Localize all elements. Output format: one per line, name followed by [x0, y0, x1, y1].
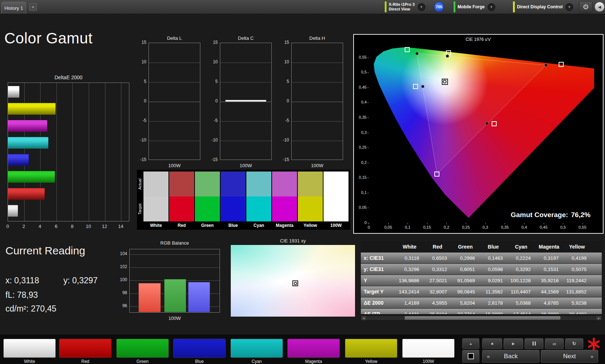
table-row: Target Y143,241432,800799,084511,3562110… [361, 286, 602, 297]
rgb-balance-chart: RGB Balance 100W 1041021009896 [116, 240, 225, 323]
next-chevron-icon: » [591, 353, 593, 359]
table-body: x: CIE310,31160,65030,29960,14630,22240,… [361, 252, 602, 314]
delta-gridline [292, 141, 343, 141]
delta-gridline [292, 102, 343, 102]
deltae2000-chart: DeltaE 2000 02468101214 [8, 75, 131, 231]
swatch-label: Yellow [298, 222, 323, 229]
pattern-button-label: 100W [402, 359, 455, 364]
meter-selector[interactable]: X-Rite i1Pro 3 Direct View ▼ [385, 1, 432, 13]
cie-tick [367, 58, 369, 58]
white-point-inner [443, 80, 447, 84]
pattern-button-red[interactable] [59, 339, 112, 358]
deltae-gridline [89, 83, 89, 221]
delta-l-chart: Delta L 100W 151050-5-10-15 [135, 35, 203, 180]
table-cell: 4,8785 [535, 300, 563, 306]
pattern-button-white[interactable] [3, 339, 56, 358]
cie-tick [367, 102, 369, 103]
delta-gridline [292, 82, 343, 82]
current-reading-title: Current Reading [5, 245, 114, 257]
cie-tick [583, 223, 583, 224]
deltae-axis-tick-label: 14 [118, 224, 123, 229]
delta-axis-tick-label: -10 [207, 137, 218, 143]
table-cell: 28,4202 [563, 312, 591, 314]
continuous-read-button[interactable]: ∞ [545, 338, 564, 349]
swatch-actual [143, 172, 168, 196]
deltae-gridline [121, 83, 121, 221]
swatch-column-white: White [143, 172, 168, 229]
chevron-down-icon[interactable]: ▼ [418, 3, 425, 11]
pattern-button-yellow[interactable] [345, 339, 397, 358]
pattern-up-button[interactable]: ▲ [462, 338, 479, 349]
scroll-right-arrow[interactable]: ► [596, 316, 601, 320]
table-cell: 35,9216 [535, 278, 563, 283]
history-tab[interactable]: History 1 [1, 2, 26, 14]
delta-h-chart: Delta H 100W 151050-5-10-15 [278, 35, 346, 180]
pattern-button-100w[interactable] [402, 339, 455, 358]
deltae-bar-magenta [8, 120, 47, 132]
cie-tick [367, 163, 369, 163]
table-row-label: x: CIE31 [361, 255, 396, 261]
delta-axis-tick-label: -15 [135, 157, 146, 162]
chevron-down-icon[interactable]: ▼ [488, 3, 495, 11]
pattern-button-magenta[interactable] [287, 339, 340, 358]
pattern-button-blue[interactable] [173, 339, 226, 358]
gamut-measured-marker-cyan-measured [421, 85, 425, 88]
delta-gridline [220, 102, 271, 102]
delta-axis-tick-label: 0 [135, 98, 146, 103]
table-row-label: y: CIE31 [361, 266, 396, 272]
x-value: 0,3118 [14, 276, 39, 285]
fl-value: 78,93 [17, 290, 38, 300]
pattern-button-label: Magenta [287, 359, 340, 364]
pattern-button-cyan[interactable] [230, 339, 283, 358]
swatch-column-100w: 100W [324, 172, 349, 229]
scroll-left-arrow[interactable]: ◄ [361, 316, 366, 320]
settings-button[interactable]: ⚙ [579, 1, 593, 13]
swatch-column-magenta: Magenta [272, 172, 297, 229]
gamut-measured-marker-yellow-measured [446, 55, 449, 58]
cie-tick [408, 223, 408, 224]
actual-row-label: Actual [138, 172, 143, 196]
rgb-axis-tick-label: 100 [116, 277, 127, 282]
rgb-axis-tick-label: 104 [116, 251, 127, 256]
pattern-source-selector[interactable]: Mobile Forge ▼ [454, 1, 509, 13]
stop-button[interactable]: ■ [482, 338, 502, 349]
current-reading-fl: fL: 78,93 [5, 290, 38, 300]
control-label: Direct Display Control [517, 4, 563, 9]
pause-button[interactable] [525, 338, 543, 349]
back-chevron-icon: « [487, 353, 490, 359]
app-logo-asterisk-icon[interactable] [585, 337, 602, 352]
table-cell: 143,2414 [396, 289, 424, 295]
next-button[interactable]: Next » [541, 350, 598, 363]
table-cell: 0,3312 [424, 267, 451, 272]
table-cell: 131,8852 [563, 289, 591, 295]
swatch-actual [298, 172, 323, 196]
add-tab-button[interactable]: + [29, 3, 37, 11]
collapse-arrow-icon: ◀ [598, 5, 601, 9]
collapse-panel-button[interactable]: ◀ [595, 2, 604, 12]
table-cell: 0,3296 [396, 267, 424, 272]
cie-tick [369, 223, 369, 224]
back-button[interactable]: « Back [482, 350, 539, 363]
table-column-header: Yellow [563, 244, 591, 250]
delta-gridline [220, 121, 271, 122]
pattern-window-button[interactable] [462, 350, 479, 363]
swatch-label: Red [169, 222, 194, 229]
table-cell: 0,2224 [507, 255, 535, 261]
table-cell: 1,2 [591, 300, 602, 306]
play-button[interactable]: ▶ [504, 338, 523, 349]
pattern-button-green[interactable] [116, 339, 169, 358]
swatch-columns: WhiteRedGreenBlueCyanMagentaYellow100W [143, 172, 349, 229]
swatch-target [221, 196, 246, 221]
stop-icon: ■ [491, 342, 493, 346]
refresh-button[interactable]: ↻ [565, 338, 583, 349]
cie-axis-tick-label: 0,55 [579, 225, 586, 229]
deltae-axis-tick-label: 2 [22, 224, 25, 229]
cie-axis-tick-label: 0,1 [405, 225, 410, 229]
scrollbar-thumb[interactable] [405, 316, 560, 320]
swatch-target [298, 196, 323, 221]
cie-axis-tick-label: 0,4 [521, 225, 527, 229]
chevron-down-icon[interactable]: ▼ [566, 3, 573, 11]
display-control-selector[interactable]: Direct Display Control ▼ [513, 1, 577, 13]
cie1976-diagram-panel: CIE 1976 u'v' 00,050,10,150,20,250,30,35… [353, 34, 604, 234]
table-horizontal-scrollbar[interactable]: ◄ ► [361, 316, 602, 321]
